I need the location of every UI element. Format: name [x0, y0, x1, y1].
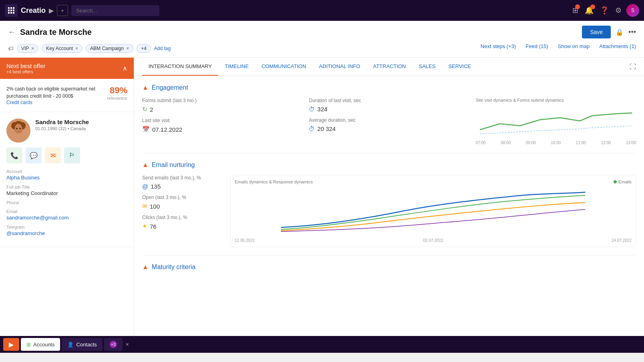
open-icon: ✉	[142, 203, 147, 210]
tag-abm-campaign[interactable]: ABM Campaign ×	[86, 44, 133, 53]
maturity-icon: ▲	[142, 263, 149, 271]
search-input[interactable]	[71, 5, 159, 16]
tab-service[interactable]: SERVICE	[442, 58, 477, 76]
svg-rect-2	[13, 7, 14, 9]
engagement-icon: ▲	[142, 84, 149, 91]
tag-key-account[interactable]: Key Account ×	[42, 44, 83, 53]
nbo-collapse-icon[interactable]: ∧	[123, 64, 127, 72]
header-row1: ← Sandra te Morsche Save 🔒 •••	[8, 21, 636, 43]
phone-label: Phone	[6, 200, 127, 205]
duration-label: Duration of last visit, sec	[309, 98, 469, 103]
email-at-icon: @	[142, 183, 148, 190]
nbo-card: 2% cash back on eligible supermarket net…	[0, 79, 134, 112]
tab-timeline[interactable]: TIMELINE	[218, 58, 255, 76]
tab-sales[interactable]: SALES	[413, 58, 442, 76]
help-icon[interactable]: ❓	[598, 4, 610, 16]
tag-abm-campaign-close[interactable]: ×	[126, 46, 129, 51]
more-options-icon[interactable]: •••	[628, 28, 636, 36]
grid-menu-button[interactable]	[5, 4, 18, 17]
nbo-title: Next best offer	[6, 62, 45, 69]
back-button[interactable]: ←	[8, 28, 15, 36]
email-metrics: Send emails (last 3 mo.), % @ 135 Open (…	[142, 175, 222, 247]
date-label-3: 24.07.2022	[612, 238, 632, 243]
page-title: Sandra te Morsche	[20, 28, 577, 37]
call-button[interactable]: 📞	[6, 147, 22, 163]
svg-rect-0	[8, 7, 10, 9]
nbo-card-content: 2% cash back on eligible supermarket net…	[6, 85, 104, 105]
profile-account-field: Account Alpha Busines	[6, 169, 127, 181]
tag-extra[interactable]: +4	[137, 44, 151, 53]
svg-rect-3	[8, 10, 10, 11]
section-divider-2	[142, 255, 636, 255]
email-label: Email	[6, 209, 127, 214]
site-visit-chart-title: Site visit dynamics & Forms submit dynam…	[476, 98, 636, 103]
settings-icon[interactable]: ⚙	[614, 4, 623, 16]
chat-button[interactable]: 💬	[26, 147, 42, 163]
add-tag-button[interactable]: Add tag	[154, 46, 171, 51]
telegram-value[interactable]: @sandramorche	[6, 230, 127, 236]
date-label-1: 12.06.2022	[235, 238, 255, 243]
left-sidebar: Next best offer +4 best offers ∧ 2% cash…	[0, 58, 134, 336]
profile-telegram-field: Telegram @sandramorche	[6, 225, 127, 236]
apps-icon[interactable]: ⊞	[571, 4, 580, 16]
account-label: Account	[6, 169, 127, 174]
email-value[interactable]: sandramorche@gmail.com	[6, 215, 127, 221]
taskbar-contacts-button[interactable]: 👤 Contacts	[62, 338, 102, 351]
play-button[interactable]: ▶	[49, 7, 54, 14]
nbo-card-link[interactable]: Credit cards	[6, 100, 104, 105]
last-visit-value: 📅 07.12.2022	[142, 126, 302, 133]
add-button[interactable]: +	[57, 5, 68, 16]
notifications-badge	[590, 4, 595, 9]
taskbar-close-button[interactable]: ×	[126, 341, 129, 348]
open-label: Open (last 3 mo.), %	[142, 195, 222, 200]
action-buttons: 📞 💬 ✉ 🏳	[6, 147, 127, 163]
content-panels: ▲ Engagement Forms submit (last 3 mo.) ↻…	[134, 76, 644, 336]
app-logo: Creatio	[21, 6, 46, 15]
taskbar-badge: +3	[110, 341, 117, 348]
profile-jobtitle-field: Full job Title Marketing Coordinator	[6, 185, 127, 196]
tabs-bar: INTERACTION SUMMARY TIMELINE COMMUNICATI…	[134, 58, 644, 76]
show-on-map-link[interactable]: Show on map	[558, 43, 590, 49]
profile-avatar	[6, 119, 30, 143]
engagement-section-header: ▲ Engagement	[142, 84, 636, 91]
telegram-label: Telegram	[6, 225, 127, 229]
forms-submit-label: Forms submit (last 3 mo.)	[142, 98, 302, 103]
feed-link[interactable]: Feed (15)	[525, 43, 548, 49]
taskbar-plus3-button[interactable]: +3	[104, 338, 123, 351]
tag-vip-close[interactable]: ×	[31, 46, 34, 51]
email-dynamics-chart	[235, 187, 632, 235]
email-button[interactable]: ✉	[45, 147, 61, 163]
clock-icon: ⏱	[309, 106, 315, 113]
profile-phone-field: Phone	[6, 200, 127, 205]
tab-additional-info[interactable]: ADITIONAL INFO	[313, 58, 367, 76]
profile-card: Sandra te Morsche 01.01.1990 (32) • Cana…	[0, 112, 134, 247]
nbo-header[interactable]: Next best offer +4 best offers ∧	[0, 58, 134, 79]
expand-icon[interactable]: ⛶	[630, 63, 636, 70]
tab-attraction[interactable]: ATTRACTION	[366, 58, 412, 76]
lock-icon: 🔒	[616, 28, 624, 36]
main-layout: Next best offer +4 best offers ∧ 2% cash…	[0, 58, 644, 336]
svg-point-17	[16, 128, 18, 129]
email-nurturing-section-header: ▲ Email nurturing	[142, 161, 636, 169]
next-steps-link[interactable]: Next steps (+3)	[481, 43, 516, 49]
svg-rect-7	[10, 12, 12, 14]
profile-name: Sandra te Morsche	[35, 119, 89, 125]
attachments-link[interactable]: Attachments (1)	[599, 43, 636, 49]
tab-communication[interactable]: COMMUNICATION	[255, 58, 313, 76]
flag-button[interactable]: 🏳	[64, 147, 80, 163]
last-visit-label: Last site visit	[142, 118, 302, 123]
tag-key-account-close[interactable]: ×	[75, 46, 78, 51]
notifications-icon[interactable]: 🔔	[583, 4, 595, 16]
tag-vip[interactable]: VIP ×	[17, 44, 38, 53]
save-button[interactable]: Save	[582, 26, 611, 38]
header-bar: ← Sandra te Morsche Save 🔒 ••• 🏷 VIP × K…	[0, 21, 644, 58]
account-value[interactable]: Alpha Busines	[6, 175, 127, 181]
taskbar-home-button[interactable]: ▶	[3, 338, 19, 351]
user-avatar[interactable]: S	[626, 4, 639, 17]
emails-legend: Emails	[614, 179, 632, 184]
profile-meta: 01.01.1990 (32) • Canada	[35, 126, 89, 131]
nbo-relevance-label: relevantce	[107, 96, 127, 101]
tab-interaction-summary[interactable]: INTERACTION SUMMARY	[142, 58, 218, 76]
taskbar-accounts-button[interactable]: ⊞ Accounts	[21, 338, 60, 351]
nbo-relevance: 89% relevantce	[107, 85, 127, 101]
